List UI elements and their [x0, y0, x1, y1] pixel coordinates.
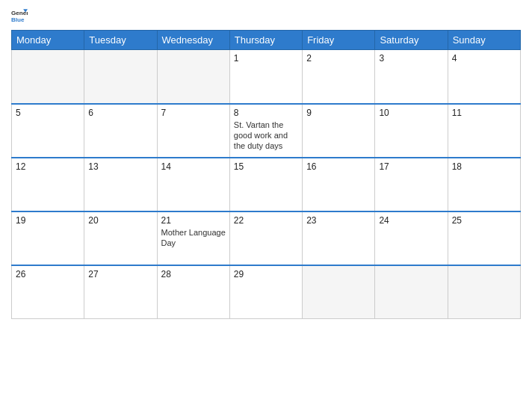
calendar-cell: 25	[448, 211, 520, 265]
day-number: 24	[379, 215, 443, 226]
week-row-4: 192021Mother Language Day22232425	[12, 211, 521, 265]
calendar-cell	[12, 50, 84, 104]
calendar-cell: 1	[229, 50, 302, 104]
day-number: 1	[234, 53, 298, 64]
calendar-cell: 26	[12, 265, 84, 319]
day-number: 8	[234, 108, 298, 118]
day-number: 20	[88, 215, 152, 226]
day-number: 12	[16, 161, 80, 172]
week-row-3: 12131415161718	[12, 158, 521, 211]
day-number: 7	[161, 108, 226, 118]
calendar-cell: 6	[84, 104, 157, 158]
calendar-cell: 18	[448, 158, 520, 211]
day-number: 5	[16, 108, 80, 118]
day-number: 13	[88, 161, 152, 172]
calendar-cell: 2	[303, 50, 375, 104]
logo: General Blue	[11, 7, 28, 24]
day-number: 4	[452, 53, 516, 64]
calendar-cell: 14	[157, 158, 229, 211]
day-header-saturday: Saturday	[375, 31, 448, 50]
day-number: 3	[379, 53, 443, 64]
svg-text:Blue: Blue	[11, 16, 25, 23]
calendar-cell: 8St. Vartan the good work and the duty d…	[229, 104, 302, 158]
calendar-cell: 19	[12, 211, 84, 265]
calendar-page: General Blue MondayTuesdayWednesdayThurs…	[0, 0, 532, 411]
calendar-cell	[84, 50, 157, 104]
week-row-5: 26272829	[12, 265, 521, 319]
calendar-cell: 24	[375, 211, 448, 265]
calendar-cell: 16	[303, 158, 375, 211]
day-number: 19	[16, 215, 80, 226]
day-number: 22	[234, 215, 298, 226]
calendar-header: General Blue	[11, 7, 521, 24]
calendar-cell: 5	[12, 104, 84, 158]
calendar-cell: 23	[303, 211, 375, 265]
calendar-cell: 22	[229, 211, 302, 265]
day-header-monday: Monday	[12, 31, 84, 50]
calendar-cell	[448, 265, 520, 319]
calendar-cell	[375, 265, 448, 319]
calendar-cell: 15	[229, 158, 302, 211]
calendar-cell: 7	[157, 104, 229, 158]
calendar-cell: 28	[157, 265, 229, 319]
calendar-cell: 9	[303, 104, 375, 158]
calendar-cell: 29	[229, 265, 302, 319]
calendar-cell: 12	[12, 158, 84, 211]
calendar-cell	[303, 265, 375, 319]
day-header-thursday: Thursday	[229, 31, 302, 50]
calendar-cell: 17	[375, 158, 448, 211]
calendar-cell: 10	[375, 104, 448, 158]
day-number: 14	[161, 161, 226, 172]
week-row-1: 1234	[12, 50, 521, 104]
calendar-event: Mother Language Day	[161, 227, 226, 249]
logo-icon: General Blue	[11, 7, 28, 24]
calendar-cell: 4	[448, 50, 520, 104]
calendar-table: MondayTuesdayWednesdayThursdayFridaySatu…	[11, 30, 521, 319]
day-number: 28	[161, 269, 226, 279]
calendar-cell: 11	[448, 104, 520, 158]
calendar-cell: 27	[84, 265, 157, 319]
day-number: 15	[234, 161, 298, 172]
calendar-cell: 3	[375, 50, 448, 104]
day-number: 18	[452, 161, 516, 172]
week-row-2: 5678St. Vartan the good work and the dut…	[12, 104, 521, 158]
day-header-wednesday: Wednesday	[157, 31, 229, 50]
day-number: 27	[88, 269, 152, 279]
day-number: 10	[379, 108, 443, 118]
calendar-cell: 21Mother Language Day	[157, 211, 229, 265]
day-header-sunday: Sunday	[448, 31, 520, 50]
day-header-friday: Friday	[303, 31, 375, 50]
day-number: 25	[452, 215, 516, 226]
day-number: 2	[306, 53, 371, 64]
calendar-cell: 13	[84, 158, 157, 211]
day-number: 9	[306, 108, 371, 118]
day-number: 11	[452, 108, 516, 118]
days-header-row: MondayTuesdayWednesdayThursdayFridaySatu…	[12, 31, 521, 50]
day-header-tuesday: Tuesday	[84, 31, 157, 50]
day-number: 21	[161, 215, 226, 226]
day-number: 17	[379, 161, 443, 172]
day-number: 23	[306, 215, 371, 226]
calendar-cell: 20	[84, 211, 157, 265]
calendar-cell	[157, 50, 229, 104]
calendar-event: St. Vartan the good work and the duty da…	[234, 120, 298, 152]
day-number: 6	[88, 108, 152, 118]
day-number: 16	[306, 161, 371, 172]
day-number: 26	[16, 269, 80, 279]
day-number: 29	[234, 269, 298, 279]
